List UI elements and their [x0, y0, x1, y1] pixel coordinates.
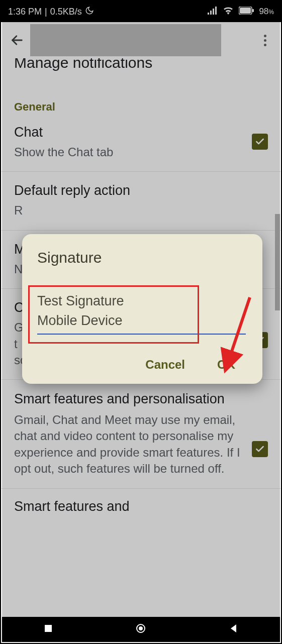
annotation-arrow [202, 293, 257, 384]
svg-point-11 [139, 626, 143, 630]
svg-rect-1 [210, 11, 212, 15]
status-time: 1:36 PM [8, 7, 42, 17]
setting-title: Chat [14, 125, 247, 140]
svg-rect-9 [45, 625, 52, 632]
setting-cut-top[interactable]: Manage notifications [1, 58, 281, 72]
cancel-button[interactable]: Cancel [145, 358, 185, 372]
back-button[interactable] [7, 33, 27, 47]
battery-icon [239, 7, 254, 17]
moon-icon [85, 6, 94, 18]
status-bar: 1:36 PM | 0.5KB/s 98% [1, 1, 281, 22]
signal-icon [208, 7, 218, 17]
svg-rect-2 [213, 9, 214, 15]
setting-title: Default reply action [14, 183, 268, 198]
svg-rect-3 [215, 7, 217, 15]
nav-home-button[interactable] [136, 623, 146, 635]
checkbox-chat[interactable] [252, 134, 268, 150]
scrollbar-thumb[interactable] [275, 214, 280, 310]
section-general: General [1, 100, 281, 114]
status-network-speed: 0.5KB/s [50, 7, 82, 17]
setting-title: Smart features and personalisation [14, 391, 247, 408]
app-toolbar [1, 22, 281, 58]
system-nav-bar [2, 617, 280, 642]
checkbox-smart[interactable] [252, 441, 268, 457]
account-redacted [30, 24, 221, 56]
setting-smart-features[interactable]: Smart features and personalisation Gmail… [1, 380, 281, 488]
setting-cut-bottom[interactable]: Smart features and [1, 489, 281, 514]
setting-subtitle: Gmail, Chat and Meet may use my email, c… [14, 412, 247, 477]
svg-rect-6 [252, 9, 254, 12]
svg-line-8 [226, 297, 250, 368]
nav-back-button[interactable] [229, 623, 239, 635]
setting-subtitle: R [14, 202, 268, 219]
dialog-title: Signature [37, 249, 247, 266]
svg-rect-0 [208, 13, 209, 15]
annotation-highlight [28, 285, 199, 344]
setting-default-reply[interactable]: Default reply action R [1, 172, 281, 230]
overflow-menu-button[interactable] [255, 35, 275, 46]
battery-percent: 98% [259, 7, 274, 17]
svg-rect-5 [240, 8, 251, 14]
nav-recent-button[interactable] [43, 623, 53, 635]
wifi-icon [223, 7, 234, 17]
setting-chat[interactable]: Chat Show the Chat tab [1, 114, 281, 172]
setting-subtitle: Show the Chat tab [14, 144, 247, 160]
